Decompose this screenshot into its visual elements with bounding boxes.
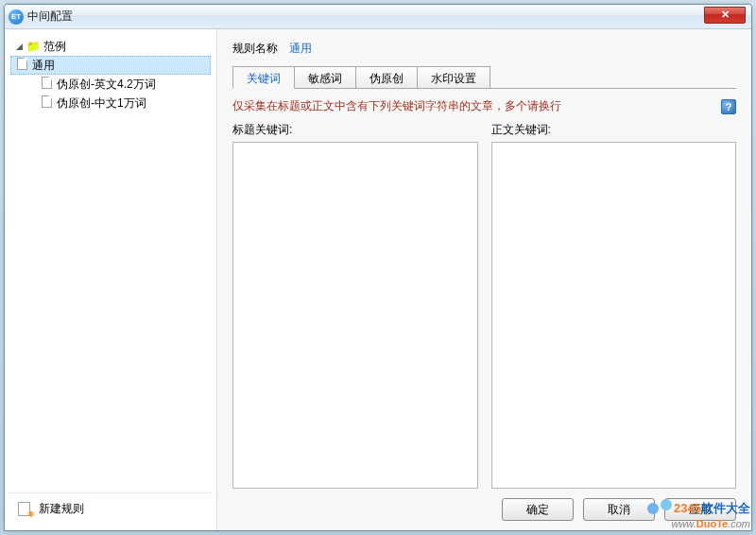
rule-name-row: 规则名称 通用 <box>232 41 736 57</box>
rule-name-value: 通用 <box>289 41 312 57</box>
new-rule-button[interactable]: 新建规则 <box>9 492 213 525</box>
rule-name-label: 规则名称 <box>232 41 278 57</box>
new-file-icon <box>18 502 33 517</box>
body-keywords-col: 正文关键词: <box>491 122 737 489</box>
close-button[interactable]: ✕ <box>704 7 746 24</box>
tab-pseudo[interactable]: 伪原创 <box>355 66 418 88</box>
tree-item-label: 通用 <box>32 58 55 74</box>
help-icon[interactable]: ? <box>721 99 736 114</box>
file-icon <box>39 95 54 111</box>
title-keywords-col: 标题关键词: <box>232 122 478 489</box>
title-keywords-label: 标题关键词: <box>232 122 478 138</box>
tab-panel-keywords: 仅采集在标题或正文中含有下列关键词字符串的文章，多个请换行 ? 标题关键词: 正… <box>232 89 736 489</box>
tab-watermark[interactable]: 水印设置 <box>417 66 490 88</box>
rule-tree[interactable]: ◢ 范例 通用 伪原创-英文4.2万词 伪原创-中文1万词 <box>9 35 213 492</box>
new-rule-label: 新建规则 <box>39 501 84 517</box>
tab-keywords[interactable]: 关键词 <box>232 66 295 89</box>
main-panel: 规则名称 通用 关键词 敏感词 伪原创 水印设置 仅采集在标题或正文中含有下列关… <box>217 29 751 530</box>
tree-item-general[interactable]: 通用 <box>10 56 211 75</box>
tab-sensitive[interactable]: 敏感词 <box>294 66 356 88</box>
tree-item-pseudo-cn[interactable]: 伪原创-中文1万词 <box>10 94 211 112</box>
content-area: ◢ 范例 通用 伪原创-英文4.2万词 伪原创-中文1万词 <box>5 29 751 530</box>
button-row: 确定 取消 应用 <box>232 489 736 521</box>
hint-text: 仅采集在标题或正文中含有下列关键词字符串的文章，多个请换行 <box>232 98 721 114</box>
tree-item-label: 伪原创-中文1万词 <box>57 95 146 112</box>
tree-root[interactable]: ◢ 范例 <box>10 37 211 56</box>
caret-down-icon[interactable]: ◢ <box>14 42 24 51</box>
config-window: ET 中间配置 ✕ ◢ 范例 通用 伪原创-英文4.2万词 <box>4 4 752 531</box>
body-keywords-label: 正文关键词: <box>491 122 737 138</box>
tree-item-label: 伪原创-英文4.2万词 <box>57 77 156 93</box>
file-icon <box>14 58 29 73</box>
folder-icon <box>26 40 41 53</box>
body-keywords-input[interactable] <box>491 142 737 489</box>
file-icon <box>39 77 54 92</box>
app-icon: ET <box>9 9 24 25</box>
fields-row: 标题关键词: 正文关键词: <box>232 122 736 489</box>
hint-row: 仅采集在标题或正文中含有下列关键词字符串的文章，多个请换行 ? <box>232 98 736 114</box>
cancel-button[interactable]: 取消 <box>583 498 655 521</box>
title-keywords-input[interactable] <box>232 142 478 489</box>
sidebar: ◢ 范例 通用 伪原创-英文4.2万词 伪原创-中文1万词 <box>5 29 217 530</box>
tree-item-pseudo-en[interactable]: 伪原创-英文4.2万词 <box>10 75 211 94</box>
ok-button[interactable]: 确定 <box>502 498 574 521</box>
tree-root-label: 范例 <box>43 39 66 55</box>
apply-button[interactable]: 应用 <box>664 498 736 521</box>
titlebar: ET 中间配置 ✕ <box>5 5 751 29</box>
window-title: 中间配置 <box>27 9 704 25</box>
tab-bar: 关键词 敏感词 伪原创 水印设置 <box>232 66 736 89</box>
